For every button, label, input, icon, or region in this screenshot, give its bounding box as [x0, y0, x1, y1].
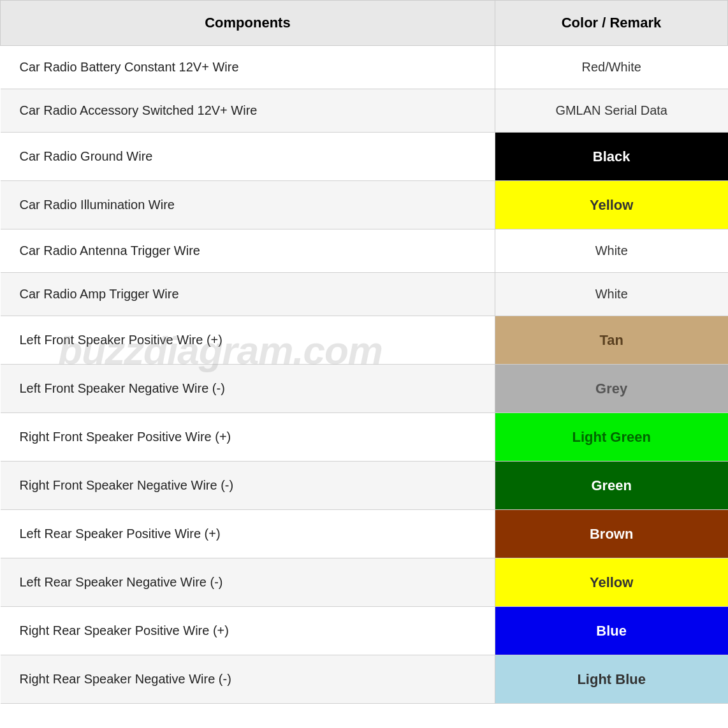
color-cell: Yellow	[495, 181, 727, 229]
component-cell: Right Front Speaker Positive Wire (+)	[1, 413, 495, 462]
table-row: Car Radio Illumination WireYellow	[1, 181, 728, 229]
component-cell: Car Radio Antenna Trigger Wire	[1, 229, 495, 273]
table-header-row: Components Color / Remark	[1, 1, 728, 46]
table-row: Car Radio Amp Trigger WireWhite	[1, 273, 728, 316]
component-cell: Left Rear Speaker Positive Wire (+)	[1, 510, 495, 558]
component-cell: Right Rear Speaker Negative Wire (-)	[1, 655, 495, 704]
table-row: Right Front Speaker Negative Wire (-)Gre…	[1, 462, 728, 510]
component-cell: Left Front Speaker Negative Wire (-)	[1, 365, 495, 413]
header-color-remark: Color / Remark	[495, 1, 727, 46]
color-cell: Grey	[495, 365, 727, 413]
table-row: Left Front Speaker Positive Wire (+)Tan	[1, 316, 728, 365]
color-cell: Red/White	[495, 46, 727, 89]
table-row: Left Rear Speaker Negative Wire (-)Yello…	[1, 558, 728, 607]
color-cell: Light Blue	[495, 655, 727, 704]
component-cell: Left Rear Speaker Negative Wire (-)	[1, 558, 495, 607]
table-row: Right Front Speaker Positive Wire (+)Lig…	[1, 413, 728, 462]
wire-color-table: Components Color / Remark Car Radio Batt…	[0, 0, 728, 704]
color-cell: Brown	[495, 510, 727, 558]
component-cell: Car Radio Illumination Wire	[1, 181, 495, 229]
component-cell: Car Radio Amp Trigger Wire	[1, 273, 495, 316]
component-cell: Car Radio Ground Wire	[1, 133, 495, 181]
color-cell: GMLAN Serial Data	[495, 89, 727, 133]
table-row: Right Rear Speaker Negative Wire (-)Ligh…	[1, 655, 728, 704]
color-cell: Green	[495, 462, 727, 510]
table-row: Left Rear Speaker Positive Wire (+)Brown	[1, 510, 728, 558]
table-row: Car Radio Accessory Switched 12V+ WireGM…	[1, 89, 728, 133]
component-cell: Left Front Speaker Positive Wire (+)	[1, 316, 495, 365]
component-cell: Right Front Speaker Negative Wire (-)	[1, 462, 495, 510]
color-cell: Blue	[495, 607, 727, 655]
component-cell: Right Rear Speaker Positive Wire (+)	[1, 607, 495, 655]
table-row: Car Radio Antenna Trigger WireWhite	[1, 229, 728, 273]
table-row: Right Rear Speaker Positive Wire (+)Blue	[1, 607, 728, 655]
table-row: Left Front Speaker Negative Wire (-)Grey	[1, 365, 728, 413]
color-cell: Black	[495, 133, 727, 181]
color-cell: Light Green	[495, 413, 727, 462]
color-cell: White	[495, 273, 727, 316]
color-cell: Tan	[495, 316, 727, 365]
component-cell: Car Radio Battery Constant 12V+ Wire	[1, 46, 495, 89]
header-components: Components	[1, 1, 495, 46]
color-cell: White	[495, 229, 727, 273]
table-row: Car Radio Battery Constant 12V+ WireRed/…	[1, 46, 728, 89]
color-cell: Yellow	[495, 558, 727, 607]
table-row: Car Radio Ground WireBlack	[1, 133, 728, 181]
component-cell: Car Radio Accessory Switched 12V+ Wire	[1, 89, 495, 133]
